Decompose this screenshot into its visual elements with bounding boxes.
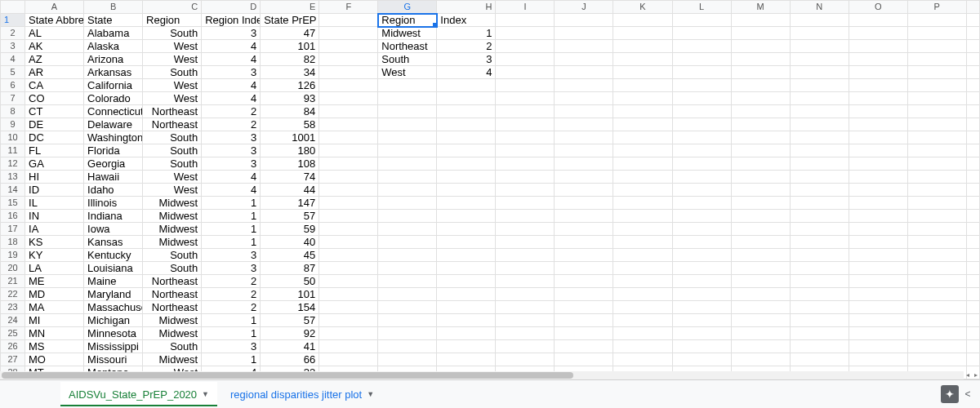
- cell-B12[interactable]: Georgia: [84, 157, 143, 171]
- cell-K19[interactable]: [613, 249, 672, 262]
- cell-B14[interactable]: Idaho: [84, 184, 143, 197]
- cell-D20[interactable]: 3: [202, 262, 261, 275]
- cell-K14[interactable]: [613, 184, 672, 197]
- cell-G15[interactable]: [378, 197, 437, 210]
- cell-P13[interactable]: [907, 171, 966, 184]
- cell-O20[interactable]: [849, 262, 907, 275]
- cell-B13[interactable]: Hawaii: [84, 171, 143, 184]
- cell-G14[interactable]: [378, 184, 437, 197]
- cell-I14[interactable]: [496, 184, 555, 197]
- cell-F19[interactable]: [319, 249, 378, 262]
- cell-H6[interactable]: [437, 79, 496, 92]
- cell-D3[interactable]: 4: [202, 40, 261, 53]
- cell-E14[interactable]: 44: [261, 184, 319, 197]
- cell-M14[interactable]: [731, 184, 790, 197]
- cell-K2[interactable]: [613, 27, 672, 40]
- row-header-14[interactable]: 14: [1, 184, 25, 197]
- cell-E13[interactable]: 74: [261, 171, 319, 184]
- cell-M6[interactable]: [731, 79, 790, 92]
- cell-E20[interactable]: 87: [261, 262, 319, 275]
- column-header-A[interactable]: A: [25, 1, 84, 14]
- cell-I25[interactable]: [496, 327, 555, 340]
- cell-N22[interactable]: [790, 288, 849, 301]
- cell-H26[interactable]: [437, 340, 496, 353]
- cell-O17[interactable]: [849, 223, 907, 236]
- cell-D15[interactable]: 1: [202, 197, 261, 210]
- cell-F3[interactable]: [319, 40, 378, 53]
- row-header-4[interactable]: 4: [1, 53, 25, 66]
- cell-K17[interactable]: [613, 223, 672, 236]
- column-header-J[interactable]: J: [555, 1, 613, 14]
- cell-J16[interactable]: [555, 210, 613, 223]
- cell-D22[interactable]: 2: [202, 288, 261, 301]
- cell-I23[interactable]: [496, 301, 555, 314]
- cell-G21[interactable]: [378, 275, 437, 288]
- cell-F4[interactable]: [319, 53, 378, 66]
- cell-M12[interactable]: [731, 157, 790, 171]
- row-header-27[interactable]: 27: [1, 353, 25, 366]
- cell-N3[interactable]: [790, 40, 849, 53]
- cell-F22[interactable]: [319, 288, 378, 301]
- cell-L5[interactable]: [672, 66, 731, 79]
- cell-J3[interactable]: [555, 40, 613, 53]
- column-header-M[interactable]: M: [731, 1, 790, 14]
- cell-G25[interactable]: [378, 327, 437, 340]
- cell-E6[interactable]: 126: [261, 79, 319, 92]
- cell-E11[interactable]: 180: [261, 144, 319, 157]
- cell-O18[interactable]: [849, 236, 907, 249]
- cell-J14[interactable]: [555, 184, 613, 197]
- cell-G24[interactable]: [378, 314, 437, 327]
- row-header-15[interactable]: 15: [1, 197, 25, 210]
- cell-A26[interactable]: MS: [25, 340, 84, 353]
- cell-N18[interactable]: [790, 236, 849, 249]
- cell-H9[interactable]: [437, 118, 496, 131]
- cell-E7[interactable]: 93: [261, 92, 319, 105]
- cell-C24[interactable]: Midwest: [143, 314, 202, 327]
- cell-C13[interactable]: West: [143, 171, 202, 184]
- cell-P23[interactable]: [907, 301, 966, 314]
- column-header-P[interactable]: P: [907, 1, 966, 14]
- cell-J11[interactable]: [555, 144, 613, 157]
- cell-L22[interactable]: [672, 288, 731, 301]
- cell-C27[interactable]: Midwest: [143, 353, 202, 366]
- cell-F8[interactable]: [319, 105, 378, 118]
- cell-L6[interactable]: [672, 79, 731, 92]
- cell-J13[interactable]: [555, 171, 613, 184]
- cell-O26[interactable]: [849, 340, 907, 353]
- cell-I9[interactable]: [496, 118, 555, 131]
- cell-O7[interactable]: [849, 92, 907, 105]
- all-sheets-button[interactable]: [33, 383, 56, 406]
- cell-M2[interactable]: [731, 27, 790, 40]
- cell-K10[interactable]: [613, 131, 672, 144]
- cell-M1[interactable]: [731, 14, 790, 27]
- cell-J5[interactable]: [555, 66, 613, 79]
- cell-A12[interactable]: GA: [25, 157, 84, 171]
- cell-A16[interactable]: IN: [25, 210, 84, 223]
- cell-H23[interactable]: [437, 301, 496, 314]
- cell-H7[interactable]: [437, 92, 496, 105]
- cell-K7[interactable]: [613, 92, 672, 105]
- cell-J17[interactable]: [555, 223, 613, 236]
- cell-H22[interactable]: [437, 288, 496, 301]
- cell-E24[interactable]: 57: [261, 314, 319, 327]
- cell-I13[interactable]: [496, 171, 555, 184]
- cell-J26[interactable]: [555, 340, 613, 353]
- cell-P18[interactable]: [907, 236, 966, 249]
- cell-B7[interactable]: Colorado: [84, 92, 143, 105]
- cell-N23[interactable]: [790, 301, 849, 314]
- cell-J9[interactable]: [555, 118, 613, 131]
- cell-C3[interactable]: West: [143, 40, 202, 53]
- cell-G11[interactable]: [378, 144, 437, 157]
- cell-C18[interactable]: Midwest: [143, 236, 202, 249]
- cell-K25[interactable]: [613, 327, 672, 340]
- cell-K3[interactable]: [613, 40, 672, 53]
- cell-I8[interactable]: [496, 105, 555, 118]
- cell-O8[interactable]: [849, 105, 907, 118]
- cell-D13[interactable]: 4: [202, 171, 261, 184]
- cell-E25[interactable]: 92: [261, 327, 319, 340]
- cell-P3[interactable]: [907, 40, 966, 53]
- cell-C21[interactable]: Northeast: [143, 275, 202, 288]
- column-header-B[interactable]: B: [84, 1, 143, 14]
- cell-E26[interactable]: 41: [261, 340, 319, 353]
- cell-E27[interactable]: 66: [261, 353, 319, 366]
